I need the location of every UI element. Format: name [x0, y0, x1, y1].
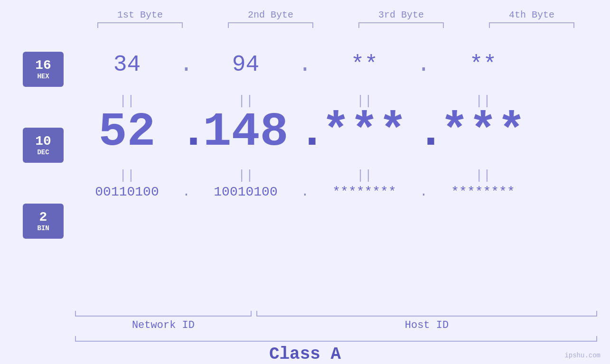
top-brackets — [75, 22, 597, 28]
network-host-brackets — [75, 311, 597, 317]
network-id-label: Network ID — [75, 319, 252, 331]
bin-num: 2 — [39, 210, 47, 225]
bin-values-row: 00110100 . 10010100 . ******** . *******… — [0, 185, 610, 199]
bin-val-3: ******** — [312, 185, 417, 199]
dec-val-3: *** — [312, 109, 417, 156]
dec-dot-2: . — [298, 109, 312, 156]
byte-header-2: 2nd Byte — [223, 9, 318, 20]
bin-val-1: 00110100 — [75, 185, 179, 199]
hex-val-1: 34 — [75, 52, 179, 77]
bin-dot-3: . — [417, 185, 431, 199]
main-container: 1st Byte 2nd Byte 3rd Byte 4th Byte 16 H… — [0, 0, 610, 364]
eq-2-2: || — [194, 168, 298, 183]
hex-values-row: 34 . 94 . ** . ** — [0, 52, 610, 77]
host-id-bracket — [256, 311, 597, 317]
hex-val-3: ** — [312, 52, 417, 77]
bin-val-2: 10010100 — [194, 185, 298, 199]
byte-header-1: 1st Byte — [93, 9, 188, 20]
bracket-2 — [228, 22, 313, 28]
bin-dot-2: . — [298, 185, 312, 199]
bin-dot-1: . — [179, 185, 194, 199]
byte-header-4: 4th Byte — [484, 9, 579, 20]
dec-val-1: 52 — [75, 109, 179, 156]
dec-dot-1: . — [179, 109, 194, 156]
network-id-bracket — [75, 311, 252, 317]
eq-2-3: || — [312, 168, 417, 183]
main-grid: 16 HEX 34 . 94 . ** . ** || || || || 10 … — [0, 28, 610, 311]
eq-2-1: || — [75, 168, 179, 183]
dec-val-4: *** — [431, 109, 535, 156]
class-bracket — [75, 336, 597, 342]
dec-values-row: 52 . 148 . *** . *** — [0, 109, 610, 156]
dec-dot-3: . — [417, 109, 431, 156]
bin-name: BIN — [37, 224, 49, 232]
eq-2-4: || — [431, 168, 535, 183]
bracket-1 — [97, 22, 183, 28]
bin-val-4: ******** — [431, 185, 535, 199]
class-bracket-row — [75, 336, 597, 342]
id-labels-row: Network ID Host ID — [75, 319, 597, 331]
byte-headers-row: 1st Byte 2nd Byte 3rd Byte 4th Byte — [75, 9, 597, 20]
hex-dot-2: . — [298, 52, 312, 77]
hex-val-2: 94 — [194, 52, 298, 77]
class-label-row: Class A — [0, 345, 610, 364]
watermark: ipshu.com — [564, 352, 601, 359]
bracket-4 — [489, 22, 574, 28]
host-id-label: Host ID — [256, 319, 597, 331]
class-label: Class A — [269, 345, 341, 364]
base-label-bin: 2 BIN — [23, 204, 64, 239]
equals-row-2: || || || || — [0, 168, 610, 183]
hex-dot-1: . — [179, 52, 194, 77]
bracket-3 — [358, 22, 444, 28]
hex-val-4: ** — [431, 52, 535, 77]
byte-header-3: 3rd Byte — [354, 9, 449, 20]
dec-val-2: 148 — [194, 109, 298, 156]
hex-dot-3: . — [417, 52, 431, 77]
